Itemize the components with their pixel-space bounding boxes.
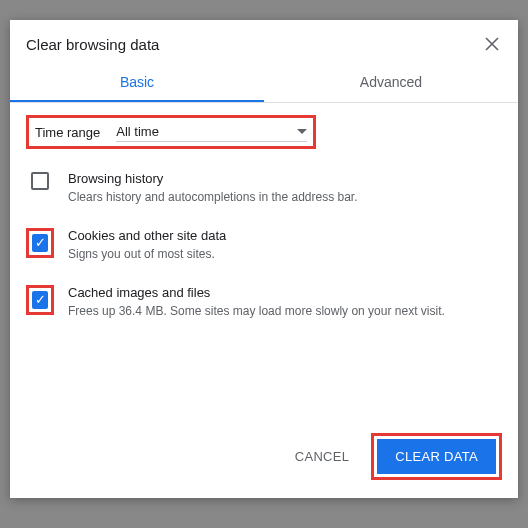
check-icon: ✓	[35, 293, 46, 306]
check-icon: ✓	[35, 236, 46, 249]
option-title: Cookies and other site data	[68, 228, 502, 243]
option-desc: Clears history and autocompletions in th…	[68, 189, 502, 206]
checkbox-cookies[interactable]: ✓	[32, 234, 48, 252]
chevron-down-icon	[297, 129, 307, 134]
option-title: Browsing history	[68, 171, 502, 186]
dialog-body: Time range All time Browsing history Cle…	[10, 103, 518, 419]
tab-advanced[interactable]: Advanced	[264, 62, 518, 102]
dialog-footer: CANCEL CLEAR DATA	[10, 419, 518, 498]
clear-data-button[interactable]: CLEAR DATA	[377, 439, 496, 474]
option-browsing-history: Browsing history Clears history and auto…	[26, 171, 502, 206]
close-button[interactable]	[482, 34, 502, 54]
time-range-row: Time range All time	[26, 115, 316, 149]
option-cached: ✓ Cached images and files Frees up 36.4 …	[26, 285, 502, 320]
time-range-select[interactable]: All time	[116, 122, 307, 142]
close-icon	[485, 37, 499, 51]
cancel-button[interactable]: CANCEL	[281, 439, 364, 474]
checkbox-browsing-history[interactable]	[31, 172, 49, 190]
tabs: Basic Advanced	[10, 62, 518, 103]
option-title: Cached images and files	[68, 285, 502, 300]
checkbox-cached[interactable]: ✓	[32, 291, 48, 309]
clear-browsing-data-dialog: Clear browsing data Basic Advanced Time …	[10, 20, 518, 498]
time-range-label: Time range	[35, 125, 100, 140]
option-desc: Signs you out of most sites.	[68, 246, 502, 263]
option-desc: Frees up 36.4 MB. Some sites may load mo…	[68, 303, 502, 320]
tab-basic[interactable]: Basic	[10, 62, 264, 102]
dialog-header: Clear browsing data	[10, 20, 518, 62]
time-range-value: All time	[116, 124, 159, 139]
dialog-title: Clear browsing data	[26, 36, 159, 53]
option-cookies: ✓ Cookies and other site data Signs you …	[26, 228, 502, 263]
